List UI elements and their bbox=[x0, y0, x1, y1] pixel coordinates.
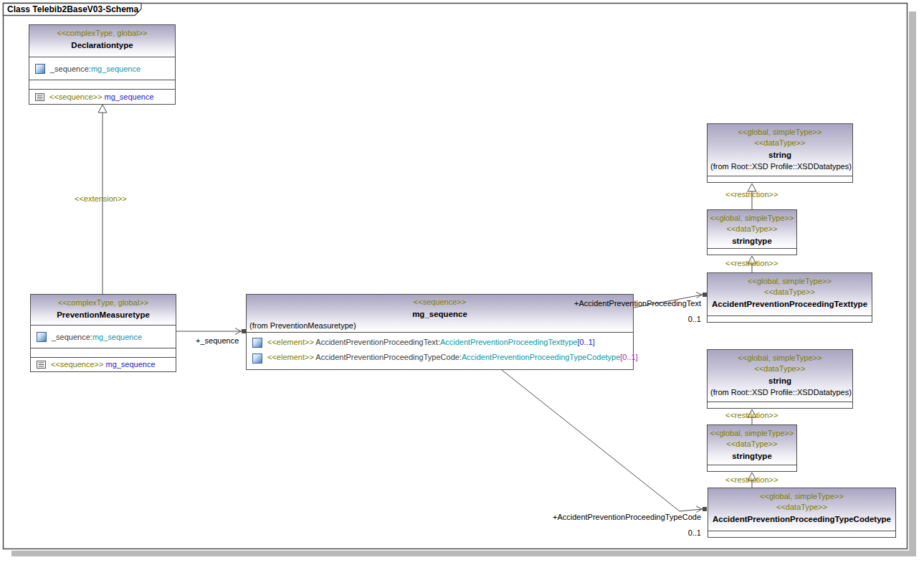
class-box-typecodetype[interactable]: <<global, simpleType>> <<dataType>> Acci… bbox=[708, 488, 896, 538]
class-name: string bbox=[708, 148, 852, 161]
diagram-canvas: Class Telebib2BaseV03-Schema <<complexTy… bbox=[0, 0, 924, 565]
text-multiplicity-label[interactable]: 0..1 bbox=[688, 315, 701, 324]
empty-compartment bbox=[708, 248, 796, 255]
class-header: <<global, simpleType>> <<dataType>> stri… bbox=[708, 425, 796, 465]
class-box-stringtype-top[interactable]: <<global, simpleType>> <<dataType>> stri… bbox=[707, 209, 797, 255]
attribute-row[interactable]: _sequence:mg_sequence bbox=[31, 326, 176, 348]
operation-stereotype: <<sequence>> bbox=[51, 360, 103, 369]
typecode-multiplicity-label[interactable]: 0..1 bbox=[688, 528, 701, 538]
diagram-tab-title: Class Telebib2BaseV03-Schema bbox=[7, 4, 138, 14]
sequence-role-label[interactable]: +_sequence bbox=[196, 336, 239, 346]
attribute-type: mg_sequence bbox=[92, 333, 142, 341]
class-box-stringtype-bottom[interactable]: <<global, simpleType>> <<dataType>> stri… bbox=[707, 424, 797, 472]
class-box-declarationtype[interactable]: <<complexType, global>> Declarationtype … bbox=[29, 24, 176, 105]
element-stereotype: <<element>> bbox=[267, 353, 314, 361]
element-text: <<element>> AccidentPreventionProceeding… bbox=[267, 352, 638, 363]
element-name: AccidentPreventionProceedingTypeCode: bbox=[315, 353, 462, 361]
operation-name: mg_sequence bbox=[104, 92, 153, 101]
class-name: Declarationtype bbox=[29, 39, 175, 52]
class-stereotype: <<dataType>> bbox=[708, 364, 852, 374]
class-stereotype: <<global, simpleType>> bbox=[708, 428, 796, 439]
class-from-package: (from Root::XSD Profile::XSDDatatypes) bbox=[708, 161, 852, 172]
operation-row[interactable]: <<sequence>> mg_sequence bbox=[31, 358, 176, 371]
class-name: string bbox=[708, 374, 852, 387]
class-box-texttype[interactable]: <<global, simpleType>> <<dataType>> Acci… bbox=[707, 272, 872, 323]
attribute-name: _sequence: bbox=[50, 65, 91, 73]
empty-compartment bbox=[708, 176, 852, 182]
class-header: <<complexType, global>> Declarationtype bbox=[29, 25, 175, 57]
operation-stereotype: <<sequence>> bbox=[49, 92, 102, 101]
element-text: <<element>> AccidentPreventionProceeding… bbox=[267, 337, 595, 348]
attribute-text: _sequence:mg_sequence bbox=[52, 333, 142, 341]
class-stereotype: <<global, simpleType>> bbox=[708, 491, 895, 502]
element-multiplicity: [0..1] bbox=[620, 353, 637, 361]
class-stereotype: <<complexType, global>> bbox=[29, 28, 175, 39]
class-header: <<global, simpleType>> <<dataType>> Acci… bbox=[708, 488, 895, 531]
attribute-name: _sequence: bbox=[52, 333, 92, 341]
class-name: AccidentPreventionProceedingTexttype bbox=[708, 298, 872, 310]
attribute-type: mg_sequence bbox=[91, 65, 140, 73]
class-header: <<complexType, global>> PreventionMeasur… bbox=[31, 295, 176, 326]
class-stereotype: <<global, simpleType>> bbox=[708, 276, 872, 287]
operation-text: <<sequence>> mg_sequence bbox=[51, 359, 156, 370]
association-end-diamond bbox=[702, 507, 707, 511]
class-from-package: (from Root::XSD Profile::XSDDatatypes) bbox=[708, 387, 852, 398]
attribute-icon bbox=[37, 332, 47, 342]
class-header: <<global, simpleType>> <<dataType>> stri… bbox=[708, 124, 852, 176]
class-box-string-top[interactable]: <<global, simpleType>> <<dataType>> stri… bbox=[707, 123, 853, 183]
restriction-label-2[interactable]: <<restriction>> bbox=[725, 259, 778, 268]
class-header: <<global, simpleType>> <<dataType>> stri… bbox=[708, 210, 796, 248]
element-name: AccidentPreventionProceedingText: bbox=[315, 338, 440, 346]
class-header: <<global, simpleType>> <<dataType>> Acci… bbox=[708, 273, 872, 315]
operation-name: mg_sequence bbox=[105, 360, 155, 369]
class-name: PreventionMeasuretype bbox=[31, 308, 176, 321]
element-row[interactable]: <<element>> AccidentPreventionProceeding… bbox=[247, 352, 633, 369]
empty-compartment bbox=[708, 465, 796, 471]
class-name: stringtype bbox=[708, 234, 796, 247]
class-stereotype: <<global, simpleType>> bbox=[708, 353, 852, 364]
operation-row[interactable]: <<sequence>> mg_sequence bbox=[29, 90, 175, 104]
attribute-text: _sequence:mg_sequence bbox=[50, 65, 140, 73]
class-header: <<global, simpleType>> <<dataType>> stri… bbox=[708, 350, 852, 402]
class-stereotype: <<global, simpleType>> bbox=[708, 127, 852, 138]
class-from-package: (from PreventionMeasuretype) bbox=[247, 321, 633, 331]
attribute-row[interactable]: _sequence:mg_sequence bbox=[29, 57, 175, 80]
operation-text: <<sequence>> mg_sequence bbox=[49, 92, 154, 103]
class-stereotype: <<dataType>> bbox=[708, 439, 796, 450]
extension-label[interactable]: <<extension>> bbox=[75, 194, 127, 204]
operation-icon bbox=[37, 361, 46, 369]
class-name: stringtype bbox=[708, 450, 796, 462]
class-stereotype: <<dataType>> bbox=[708, 502, 895, 513]
empty-compartment bbox=[708, 315, 872, 322]
empty-compartment bbox=[29, 80, 175, 90]
empty-compartment bbox=[708, 402, 852, 408]
class-box-preventionmeasuretype[interactable]: <<complexType, global>> PreventionMeasur… bbox=[30, 294, 176, 372]
restriction-label-1[interactable]: <<restriction>> bbox=[725, 190, 778, 199]
element-row[interactable]: <<element>> AccidentPreventionProceeding… bbox=[247, 333, 633, 352]
empty-compartment bbox=[708, 531, 895, 537]
class-box-string-bottom[interactable]: <<global, simpleType>> <<dataType>> stri… bbox=[707, 349, 853, 409]
class-stereotype: <<dataType>> bbox=[708, 224, 796, 234]
element-type: AccidentPreventionProceedingTypeCodetype bbox=[462, 353, 620, 361]
element-icon bbox=[252, 338, 262, 348]
attribute-icon bbox=[35, 64, 45, 74]
element-stereotype: <<element>> bbox=[267, 338, 314, 346]
text-role-label[interactable]: +AccidentPreventionProceedingText bbox=[574, 299, 701, 308]
class-stereotype: <<dataType>> bbox=[708, 138, 852, 148]
restriction-label-3[interactable]: <<restriction>> bbox=[725, 411, 778, 420]
restriction-label-4[interactable]: <<restriction>> bbox=[725, 475, 778, 485]
typecode-role-label[interactable]: +AccidentPreventionProceedingTypeCode bbox=[553, 513, 701, 522]
element-icon bbox=[252, 353, 262, 364]
class-stereotype: <<complexType, global>> bbox=[31, 298, 176, 308]
operation-icon bbox=[35, 93, 44, 101]
empty-compartment bbox=[31, 348, 176, 358]
class-stereotype: <<global, simpleType>> bbox=[708, 213, 796, 224]
element-multiplicity: [0..1] bbox=[577, 338, 594, 346]
element-type: AccidentPreventionProceedingTexttype bbox=[440, 338, 577, 346]
class-name: mg_sequence bbox=[247, 308, 633, 321]
class-name: AccidentPreventionProceedingTypeCodetype bbox=[708, 513, 895, 526]
class-stereotype: <<dataType>> bbox=[708, 287, 872, 298]
